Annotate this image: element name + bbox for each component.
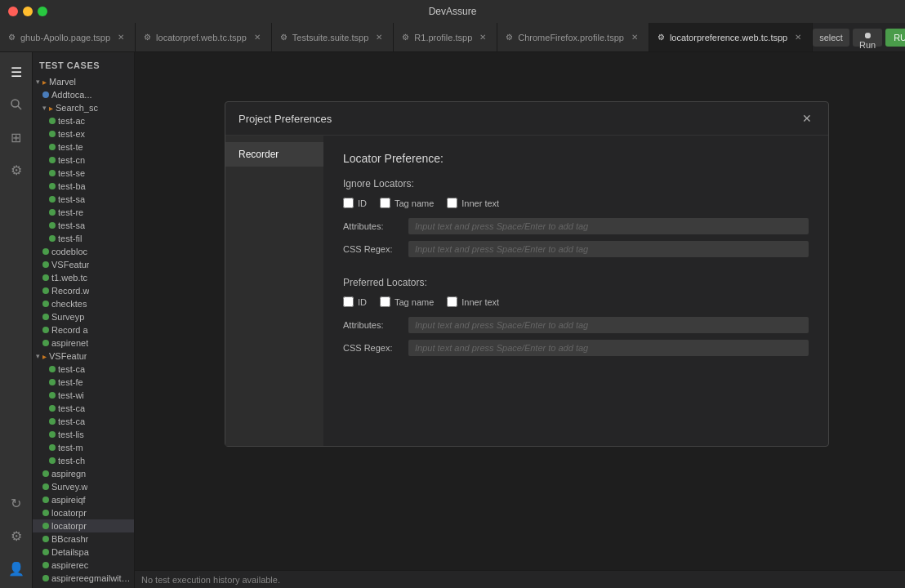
sidebar-item-bbcrashr[interactable]: BBcrashr [33,532,134,546]
ignore-tagname-label: Tag name [395,198,434,208]
sidebar-item-locatorpr2[interactable]: locatorpr [33,519,134,532]
sidebar-item-recordw[interactable]: Record.w [33,284,134,297]
ignore-cssregex-input[interactable] [408,241,809,257]
activity-refresh-icon[interactable]: ↻ [3,490,29,516]
tab-1[interactable]: ⚙ ghub-Apollo.page.tspp ✕ [0,23,136,51]
traffic-lights [8,7,47,16]
ignore-attributes-input[interactable] [408,218,809,234]
sidebar-item-t1web[interactable]: t1.web.tc [33,271,134,284]
activity-grid-icon[interactable]: ⊞ [3,124,29,150]
tree-item-label: Search_sc [56,103,98,113]
sidebar-item-aspireiqf[interactable]: aspireiqf [33,493,134,506]
sidebar: TEST CASES ▾ ▸ Marvel Addtoca... ▾ ▸ Sea… [33,52,135,588]
tab-close-4[interactable]: ✕ [477,32,488,43]
sidebar-item-test-lis[interactable]: test-lis [33,428,134,441]
dialog-close-button[interactable]: ✕ [799,110,815,127]
tab-label-4: R1.profile.tspp [414,33,472,42]
activity-user-icon[interactable]: 👤 [3,555,29,581]
sidebar-item-search-sc[interactable]: ▾ ▸ Search_sc [33,101,134,114]
sidebar-item-test-ca1[interactable]: test-ca [33,363,134,376]
tab-close-3[interactable]: ✕ [373,32,385,43]
sidebar-item-test-fe[interactable]: test-fe [33,376,134,389]
pref-cssregex-input[interactable] [408,340,809,356]
pref-innertext-checkbox[interactable] [447,296,457,307]
sidebar-item-test-ca2[interactable]: test-ca [33,402,134,415]
tab-6[interactable]: ⚙ locatorpreference.web.tc.tspp ✕ [649,23,813,51]
sidebar-item-test-fil[interactable]: test-fil [33,232,134,245]
tab-3[interactable]: ⚙ Testsuite.suite.tspp ✕ [272,23,395,51]
ignore-tagname-checkbox-label[interactable]: Tag name [380,198,434,208]
record-and-run-button[interactable]: ⏺ Run [853,29,882,47]
tab-5[interactable]: ⚙ ChromeFirefox.profile.tspp ✕ [497,23,649,51]
pref-tagname-checkbox-label[interactable]: Tag name [380,296,434,307]
sidebar-item-test-ex[interactable]: test-ex [33,127,134,140]
ignore-innertext-label: Inner text [461,198,499,208]
tree-item-label: test-fil [58,234,82,243]
ignore-innertext-checkbox-label[interactable]: Inner text [447,198,499,208]
sidebar-item-test-sa1[interactable]: test-sa [33,193,134,206]
ignore-id-checkbox-label[interactable]: ID [343,198,367,208]
ignore-tagname-checkbox[interactable] [380,198,390,208]
sidebar-item-surveyw[interactable]: Survey.w [33,480,134,493]
tab-icon-4: ⚙ [402,33,409,42]
tab-close-2[interactable]: ✕ [252,32,263,43]
tree-item-label: VSFeatur [51,260,89,270]
file-dot-icon [42,483,49,490]
sidebar-item-test-ac[interactable]: test-ac [33,114,134,127]
file-dot-icon [42,549,49,555]
minimize-traffic-light[interactable] [23,7,33,16]
tab-close-1[interactable]: ✕ [115,32,127,43]
sidebar-item-test-wi[interactable]: test-wi [33,389,134,402]
activity-settings-icon[interactable]: ⚙ [3,157,29,183]
sidebar-item-detailspa[interactable]: Detailspa [33,546,134,559]
sidebar-item-vsfeatur-folder[interactable]: ▾ ▸ VSFeatur [33,350,134,363]
sidebar-item-aspireemail[interactable]: aspirereegmailwithout2fa.w [33,572,134,585]
run-button[interactable]: RUN ▶ [885,29,905,47]
tree-item-label: test-se [58,168,85,178]
tab-2[interactable]: ⚙ locatorpref.web.tc.tspp ✕ [136,23,272,51]
close-traffic-light[interactable] [8,7,18,16]
pref-id-checkbox[interactable] [343,296,354,307]
sidebar-item-test-ca3[interactable]: test-ca [33,415,134,428]
sidebar-item-test-sa2[interactable]: test-sa [33,219,134,232]
tab-close-6[interactable]: ✕ [792,32,804,43]
sidebar-item-surveyp[interactable]: Surveyp [33,310,134,323]
pref-innertext-checkbox-label[interactable]: Inner text [447,296,499,307]
sidebar-item-aspiregn[interactable]: aspiregn [33,467,134,480]
select-button[interactable]: select [813,29,849,47]
nav-item-recorder[interactable]: Recorder [225,142,323,167]
tab-label-2: locatorpref.web.tc.tspp [156,33,247,42]
sidebar-item-aspiresales[interactable]: aspiresalestracking.web.tc.tsp [33,585,134,588]
pref-tagname-checkbox[interactable] [380,296,390,307]
tree-item-label: aspirenet [51,338,88,348]
sidebar-item-test-te[interactable]: test-te [33,140,134,154]
tab-4[interactable]: ⚙ R1.profile.tspp ✕ [394,23,497,51]
file-dot-icon [42,274,49,281]
activity-gear-icon[interactable]: ⚙ [3,523,29,549]
sidebar-item-test-re[interactable]: test-re [33,206,134,219]
pref-id-checkbox-label[interactable]: ID [343,296,367,307]
ignore-innertext-checkbox[interactable] [447,198,457,208]
sidebar-item-locatorpr1[interactable]: locatorpr [33,506,134,519]
tab-close-5[interactable]: ✕ [629,32,640,43]
activity-menu-icon[interactable]: ☰ [3,59,29,85]
pref-attributes-input[interactable] [408,317,809,333]
sidebar-item-vsfeatur1[interactable]: VSFeatur [33,258,134,271]
sidebar-item-marvel[interactable]: ▾ ▸ Marvel [33,75,134,88]
sidebar-item-codebloc[interactable]: codebloc [33,245,134,258]
sidebar-item-addtoca[interactable]: Addtoca... [33,88,134,101]
sidebar-item-aspirerec[interactable]: aspirerec [33,559,134,572]
sidebar-item-test-m[interactable]: test-m [33,441,134,454]
sidebar-item-test-ch[interactable]: test-ch [33,454,134,467]
pref-attributes-row: Attributes: [343,317,809,333]
sidebar-item-test-ba[interactable]: test-ba [33,180,134,193]
sidebar-item-recorda[interactable]: Record a [33,323,134,336]
sidebar-item-aspirenet[interactable]: aspirenet [33,336,134,350]
sidebar-item-test-se[interactable]: test-se [33,167,134,180]
tree-item-label: test-fe [58,377,83,387]
sidebar-item-test-cn[interactable]: test-cn [33,154,134,167]
ignore-id-checkbox[interactable] [343,198,354,208]
sidebar-item-checktes[interactable]: checktes [33,297,134,310]
activity-search-icon[interactable] [3,91,29,118]
maximize-traffic-light[interactable] [38,7,47,16]
